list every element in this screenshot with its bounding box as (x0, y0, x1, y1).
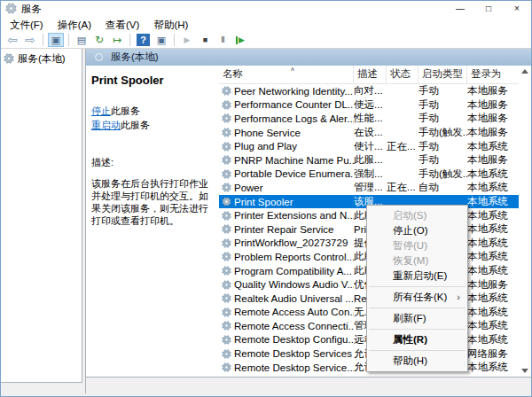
help-icon[interactable]: ? (137, 34, 150, 46)
service-name: Realtek Audio Universal ... (234, 293, 354, 304)
properties-icon[interactable]: ▤ (74, 33, 90, 47)
column-header-3[interactable]: 启动类型 (419, 66, 467, 83)
gear-icon (222, 142, 231, 152)
cell-logon: 本地系统 (467, 333, 519, 346)
cell-name: Remote Desktop Services (219, 348, 354, 359)
menu-separator (369, 329, 466, 330)
cell-name: Program Compatibility A... (219, 266, 354, 276)
cell-name: Remote Desktop Service... (219, 362, 354, 373)
cell-logon: 本地系统 (467, 222, 519, 236)
cell-logon: 网络服务 (467, 347, 519, 361)
menu-separator (369, 307, 466, 308)
service-name: Remote Access Auto Con... (234, 307, 354, 317)
title-bar: 服务 —□× (1, 1, 531, 18)
service-name: Performance Logs & Aler... (234, 113, 354, 124)
cell-name: Problem Reports Control... (219, 252, 354, 262)
console-tree-panel: 服务(本地) (1, 49, 82, 383)
ctx-all-tasks[interactable]: 所有任务(K)› (367, 290, 467, 305)
cell-logon: 本地系统 (467, 209, 519, 222)
service-name: Remote Access Connecti... (234, 321, 354, 331)
cell-name: Remote Desktop Configu... (219, 334, 354, 345)
ctx-help[interactable]: 帮助(H) (367, 354, 467, 369)
panel-header-label: 服务(本地) (111, 51, 159, 64)
cell-name: Printer Repair Service (219, 224, 354, 235)
menu-help[interactable]: 帮助(H) (146, 18, 195, 32)
ctx-stop[interactable]: 停止(O) (367, 223, 467, 238)
scroll-down-icon[interactable] (521, 369, 528, 373)
ctx-refresh[interactable]: 刷新(F) (367, 311, 467, 326)
ctx-restart[interactable]: 重新启动(E) (367, 269, 467, 284)
ctx-resume[interactable]: 恢复(M) (367, 253, 467, 269)
ctx-pause[interactable]: 暂停(U) (367, 238, 467, 253)
cell-startup: 手动 (419, 153, 467, 167)
cell-desc: 向对... (354, 84, 387, 97)
cell-logon: 本地服务 (467, 112, 519, 125)
cell-desc: 性能... (354, 112, 387, 125)
gear-icon (222, 252, 231, 261)
close-button[interactable]: × (503, 1, 531, 18)
gear-icon (222, 183, 231, 192)
description-text: 该服务在后台执行打印作业并处理与打印机的交互。如果关闭该服务，则无法进行打印或查… (91, 177, 217, 227)
table-row[interactable]: Phone Service在设...手动(触发...本地服务 (219, 126, 519, 140)
service-name: Phone Service (234, 128, 301, 138)
table-row[interactable]: Performance Logs & Aler...性能...手动本地服务 (219, 112, 519, 126)
forward-icon[interactable]: ⇨ (22, 33, 38, 47)
window-title: 服务 (21, 3, 42, 16)
column-header-0[interactable]: 名称∧ (219, 66, 354, 83)
gear-icon (222, 293, 231, 303)
table-row[interactable]: Plug and Play使计...正在...手动本地系统 (219, 139, 519, 153)
gear-icon (222, 113, 231, 123)
menu-separator (369, 350, 466, 351)
restart-service-link-suffix: 此服务 (121, 120, 150, 130)
gear-icon (5, 3, 17, 14)
show-action-pane-icon[interactable]: ▣ (153, 33, 169, 47)
back-icon[interactable]: ⇦ (4, 33, 20, 47)
column-header-1[interactable]: 描述 (354, 66, 387, 83)
cell-logon: 本地系统 (467, 195, 519, 208)
minimize-button[interactable]: — (446, 1, 474, 18)
context-menu: 启动(S)停止(O)暂停(U)恢复(M)重新启动(E)所有任务(K)›刷新(F)… (366, 205, 468, 372)
table-row[interactable]: PNRP Machine Name Pu...此服...手动本地服务 (219, 153, 519, 167)
gear-icon (222, 128, 231, 137)
cell-name: Power (219, 183, 354, 193)
gear-icon (222, 238, 231, 248)
ctx-properties[interactable]: 属性(R) (367, 332, 467, 347)
extended-description-pane: Print Spooler 停止此服务 重启动此服务 描述: 该服务在后台执行打… (86, 66, 219, 377)
start-service-icon[interactable]: ▶ (179, 33, 195, 47)
list-header: 名称∧描述状态启动类型登录为 (219, 66, 531, 84)
cell-logon: 本地系统 (467, 264, 519, 277)
service-name: Quality Windows Audio V... (234, 279, 354, 290)
column-header-2[interactable]: 状态 (387, 66, 419, 83)
pause-service-icon[interactable]: Ⅱ (215, 33, 231, 47)
gear-icon (222, 100, 231, 110)
cell-startup: 手动 (419, 112, 467, 125)
export-list-icon[interactable]: ↦ (109, 33, 125, 47)
show-console-tree-icon[interactable]: ▣ (48, 33, 64, 47)
restart-service-icon[interactable]: ▶ (236, 36, 245, 44)
cell-name: Portable Device Enumera... (219, 168, 354, 179)
table-row[interactable]: Power管理...正在...自动本地系统 (219, 181, 519, 195)
toolbar-separator (68, 34, 69, 46)
maximize-button[interactable]: □ (474, 1, 503, 18)
menu-action[interactable]: 操作(A) (51, 18, 98, 32)
table-row[interactable]: Performance Counter DL...使远...手动本地服务 (219, 98, 519, 113)
tree-item-services-local[interactable]: 服务(本地) (1, 49, 82, 66)
gear-icon (222, 211, 231, 221)
menu-view[interactable]: 查看(V) (98, 18, 146, 32)
service-name: Remote Desktop Services (234, 348, 352, 359)
cell-name: Remote Access Connecti... (219, 321, 354, 331)
toolbar-separator (43, 34, 43, 46)
table-row[interactable]: Portable Device Enumera...强制...手动(触发...本… (219, 167, 519, 182)
gear-icon (222, 349, 231, 359)
restart-service-link[interactable]: 重启动 (91, 120, 121, 130)
ctx-start[interactable]: 启动(S) (367, 208, 467, 223)
refresh-icon[interactable]: ↻ (91, 33, 107, 47)
menu-file[interactable]: 文件(F) (3, 18, 51, 32)
scroll-up-icon[interactable] (521, 69, 528, 74)
menu-separator (369, 286, 466, 287)
table-row[interactable]: Peer Networking Identity...向对...手动本地服务 (219, 84, 519, 98)
toolbar: ⇦⇨▣▤↻↦?▣▶■Ⅱ▶ (1, 32, 531, 49)
stop-service-link[interactable]: 停止 (91, 105, 111, 116)
vertical-scrollbar[interactable] (519, 66, 531, 377)
stop-service-icon[interactable]: ■ (197, 33, 213, 47)
